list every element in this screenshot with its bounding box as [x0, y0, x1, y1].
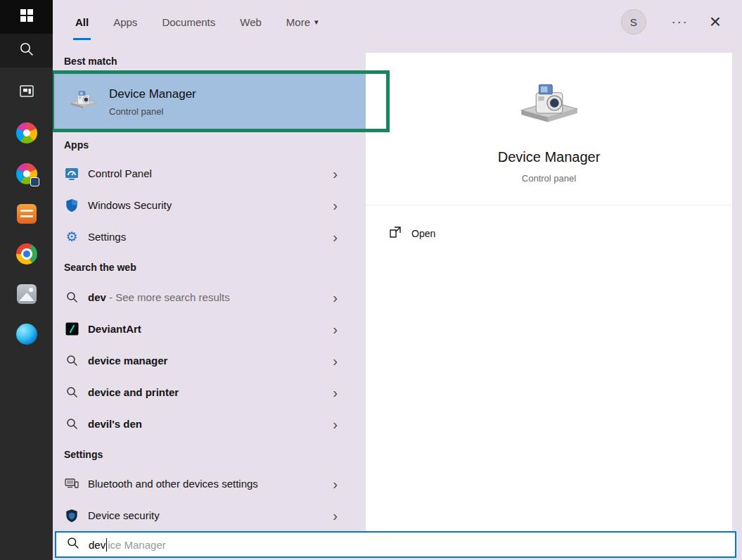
chevron-right-icon[interactable]: › [333, 477, 338, 491]
section-header-settings: Settings [53, 448, 366, 461]
chevron-right-icon[interactable]: › [333, 509, 338, 523]
tab-apps-label: Apps [113, 16, 137, 28]
search-icon [19, 42, 34, 60]
search-icon [64, 355, 79, 367]
windows-logo-icon [20, 9, 33, 25]
search-icon [64, 418, 79, 430]
chevron-right-icon[interactable]: › [333, 198, 338, 212]
result-item-deviantart[interactable]: DeviantArt › [53, 313, 366, 345]
preview-subtitle: Control panel [522, 173, 576, 184]
microsoft-365-icon[interactable] [16, 122, 37, 144]
chevron-right-icon[interactable]: › [333, 291, 338, 305]
edge-icon[interactable] [16, 324, 37, 345]
query-text: dev [88, 291, 106, 303]
search-results-list: Best match Device Manager Control panel [53, 44, 366, 560]
section-header-apps: Apps [53, 139, 366, 151]
open-action[interactable]: Open [388, 219, 435, 248]
taskbar [0, 0, 53, 560]
control-panel-icon [64, 167, 79, 181]
open-label: Open [411, 228, 435, 239]
windows-security-shield-icon [64, 198, 79, 212]
result-item-web-devils-den[interactable]: devil's den › [53, 408, 366, 440]
settings-gear-icon: ⚙ [64, 230, 79, 243]
search-filter-bar: All Apps Documents Web More ▾ S ··· × [53, 0, 742, 44]
result-label: device and printer [88, 386, 179, 398]
avatar[interactable]: S [621, 9, 646, 34]
m365-badge [30, 177, 39, 186]
search-icon [64, 386, 79, 398]
chrome-icon[interactable] [16, 243, 37, 265]
task-view-icon[interactable] [18, 83, 35, 103]
device-manager-icon [70, 89, 98, 115]
typed-query: dev [89, 539, 105, 551]
taskbar-search-button[interactable] [0, 34, 53, 68]
inline-suggestion: ice Manager [108, 539, 166, 551]
tab-web-label: Web [240, 16, 262, 28]
device-security-shield-icon [64, 509, 79, 523]
avatar-initial: S [630, 16, 637, 28]
result-label: Bluetooth and other devices settings [88, 478, 258, 490]
tab-all[interactable]: All [75, 0, 89, 44]
chevron-right-icon[interactable]: › [333, 167, 338, 181]
tab-apps[interactable]: Apps [113, 0, 137, 44]
result-item-device-security[interactable]: Device security › [53, 499, 366, 531]
start-button[interactable] [0, 0, 53, 34]
open-icon [388, 225, 402, 242]
result-item-web-device-manager[interactable]: device manager › [53, 345, 366, 376]
devices-icon [64, 478, 79, 490]
microsoft-365-m365-icon[interactable] [16, 163, 37, 184]
tab-more-label: More [286, 16, 310, 28]
result-label: Windows Security [88, 199, 172, 211]
result-item-settings[interactable]: ⚙ Settings › [53, 221, 366, 253]
see-more-text: - See more search results [106, 291, 230, 303]
best-match-title: Device Manager [109, 87, 196, 101]
topbar-actions: S ··· × [621, 9, 721, 34]
result-label: devil's den [88, 418, 142, 430]
chevron-right-icon[interactable]: › [333, 386, 338, 400]
start-search-window: All Apps Documents Web More ▾ S ··· × Be… [0, 0, 742, 560]
result-item-bluetooth-settings[interactable]: Bluetooth and other devices settings › [53, 468, 366, 499]
result-item-web-device-and-printer[interactable]: device and printer › [53, 376, 366, 408]
tab-all-label: All [75, 16, 89, 28]
chevron-right-icon[interactable]: › [333, 322, 338, 336]
office-shelf-icon[interactable] [17, 204, 37, 224]
deviantart-icon [64, 322, 79, 336]
result-label: Settings [88, 231, 126, 243]
photos-icon[interactable] [17, 284, 37, 304]
device-manager-icon-large [518, 81, 580, 132]
chevron-right-icon[interactable]: › [333, 417, 338, 431]
search-icon [64, 291, 79, 303]
chevron-down-icon: ▾ [314, 18, 319, 27]
more-options-icon[interactable]: ··· [672, 15, 689, 28]
result-label: Device security [88, 509, 160, 521]
search-text: device Manager [89, 538, 166, 552]
best-match-subtitle: Control panel [109, 106, 196, 117]
text-cursor [106, 538, 107, 552]
tab-web[interactable]: Web [240, 0, 262, 44]
result-item-control-panel[interactable]: Control Panel › [53, 158, 366, 189]
close-icon[interactable]: × [710, 14, 721, 30]
search-icon [67, 537, 79, 552]
result-item-windows-security[interactable]: Windows Security › [53, 189, 366, 221]
result-label: device manager [88, 355, 167, 367]
tab-documents-label: Documents [162, 16, 215, 28]
result-item-web-dev[interactable]: dev - See more search results › [53, 281, 366, 313]
result-label: Control Panel [88, 167, 152, 179]
chevron-right-icon[interactable]: › [333, 230, 338, 244]
tab-documents[interactable]: Documents [162, 0, 215, 44]
best-match-result-device-manager[interactable]: Device Manager Control panel [53, 74, 366, 130]
divider [366, 205, 732, 205]
section-header-web: Search the web [53, 261, 366, 274]
preview-title: Device Manager [498, 149, 601, 165]
best-match-text: Device Manager Control panel [109, 87, 196, 117]
result-label: DeviantArt [88, 323, 141, 335]
search-input[interactable]: device Manager [55, 531, 736, 558]
result-label: dev - See more search results [88, 291, 230, 303]
section-header-best-match: Best match [53, 55, 366, 68]
tab-more[interactable]: More ▾ [286, 0, 319, 44]
chevron-right-icon[interactable]: › [333, 354, 338, 368]
taskbar-pinned-icons [16, 68, 37, 345]
preview-panel: Device Manager Control panel Open [366, 53, 732, 531]
